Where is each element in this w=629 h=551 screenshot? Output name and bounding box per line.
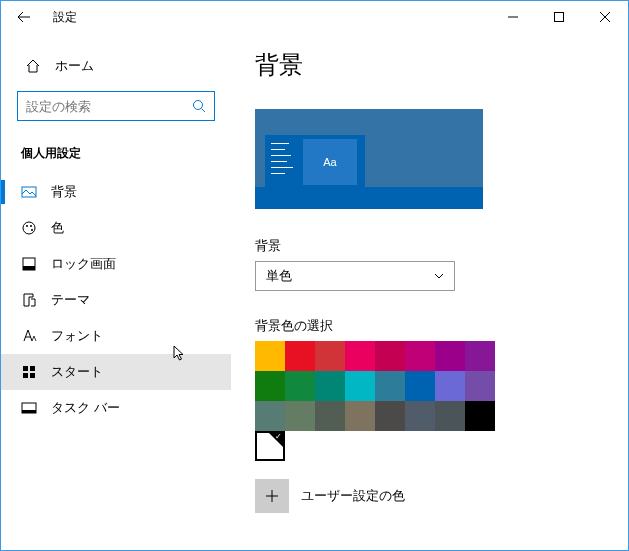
color-swatch[interactable] — [405, 401, 435, 431]
color-swatch[interactable] — [345, 371, 375, 401]
desktop-preview: Aa — [255, 109, 483, 209]
theme-icon — [21, 292, 37, 308]
search-icon — [192, 99, 206, 113]
color-swatch[interactable] — [375, 341, 405, 371]
svg-point-6 — [31, 229, 33, 231]
minimize-icon — [508, 12, 518, 22]
svg-point-3 — [23, 222, 35, 234]
svg-rect-0 — [555, 13, 564, 22]
plus-icon — [265, 489, 279, 503]
color-swatches: ✓ — [255, 341, 495, 461]
svg-rect-8 — [23, 266, 35, 270]
font-icon — [21, 328, 37, 344]
sidebar-item-background[interactable]: 背景 — [1, 174, 231, 210]
home-link[interactable]: ホーム — [1, 51, 231, 85]
chevron-down-icon — [434, 273, 444, 279]
sidebar-item-colors[interactable]: 色 — [1, 210, 231, 246]
svg-rect-12 — [30, 373, 35, 378]
background-dropdown[interactable]: 単色 — [255, 261, 455, 291]
home-label: ホーム — [55, 57, 94, 75]
color-swatch[interactable] — [255, 401, 285, 431]
search-input[interactable] — [17, 91, 215, 121]
page-title: 背景 — [255, 49, 604, 81]
sidebar-item-themes[interactable]: テーマ — [1, 282, 231, 318]
color-swatch[interactable] — [405, 371, 435, 401]
sidebar-item-start[interactable]: スタート — [1, 354, 231, 390]
custom-color-button[interactable] — [255, 479, 289, 513]
maximize-icon — [554, 12, 564, 22]
sidebar-item-label: 色 — [51, 219, 64, 237]
color-swatch[interactable] — [255, 371, 285, 401]
sidebar-item-taskbar[interactable]: タスク バー — [1, 390, 231, 426]
color-swatch[interactable] — [435, 401, 465, 431]
custom-color-label: ユーザー設定の色 — [301, 487, 405, 505]
section-header: 個人用設定 — [1, 137, 231, 174]
sidebar-item-label: スタート — [51, 363, 103, 381]
color-swatch[interactable] — [465, 371, 495, 401]
color-swatch[interactable] — [465, 341, 495, 371]
color-swatch[interactable] — [375, 401, 405, 431]
color-swatch[interactable] — [315, 371, 345, 401]
svg-rect-9 — [23, 366, 28, 371]
sidebar-item-label: 背景 — [51, 183, 77, 201]
svg-point-4 — [26, 225, 28, 227]
lockscreen-icon — [21, 256, 37, 272]
color-swatch[interactable] — [345, 341, 375, 371]
dropdown-value: 単色 — [266, 267, 292, 285]
minimize-button[interactable] — [490, 1, 536, 33]
home-icon — [25, 58, 41, 74]
close-button[interactable] — [582, 1, 628, 33]
taskbar-icon — [21, 400, 37, 416]
close-icon — [600, 12, 610, 22]
sidebar-item-label: フォント — [51, 327, 103, 345]
color-swatch[interactable] — [465, 401, 495, 431]
color-swatch[interactable] — [375, 371, 405, 401]
sidebar: ホーム 個人用設定 背景 色 ロック画面 — [1, 33, 231, 550]
svg-point-1 — [194, 101, 203, 110]
sidebar-item-label: ロック画面 — [51, 255, 116, 273]
color-swatch[interactable] — [255, 341, 285, 371]
search-field[interactable] — [26, 99, 186, 114]
color-swatch[interactable] — [285, 401, 315, 431]
color-swatch[interactable]: ✓ — [255, 431, 285, 461]
svg-rect-11 — [23, 373, 28, 378]
color-swatch[interactable] — [315, 401, 345, 431]
color-swatch[interactable] — [405, 341, 435, 371]
window-title: 設定 — [53, 9, 77, 26]
color-swatch[interactable] — [285, 341, 315, 371]
start-icon — [21, 364, 37, 380]
back-button[interactable] — [1, 1, 47, 33]
color-swatch[interactable] — [435, 371, 465, 401]
sidebar-item-label: テーマ — [51, 291, 90, 309]
palette-icon — [21, 220, 37, 236]
color-choose-label: 背景色の選択 — [255, 317, 604, 335]
preview-tile: Aa — [303, 139, 357, 185]
color-swatch[interactable] — [345, 401, 375, 431]
color-swatch[interactable] — [285, 371, 315, 401]
color-swatch[interactable] — [315, 341, 345, 371]
sidebar-item-label: タスク バー — [51, 399, 120, 417]
background-label: 背景 — [255, 237, 604, 255]
picture-icon — [21, 184, 37, 200]
arrow-left-icon — [17, 10, 31, 24]
sidebar-item-fonts[interactable]: フォント — [1, 318, 231, 354]
svg-point-5 — [30, 225, 32, 227]
sidebar-item-lockscreen[interactable]: ロック画面 — [1, 246, 231, 282]
svg-rect-10 — [30, 366, 35, 371]
svg-rect-14 — [22, 410, 36, 413]
main-panel: 背景 Aa 背景 単色 背景色の選択 ✓ ユーザー設定の色 — [231, 33, 628, 550]
maximize-button[interactable] — [536, 1, 582, 33]
color-swatch[interactable] — [435, 341, 465, 371]
